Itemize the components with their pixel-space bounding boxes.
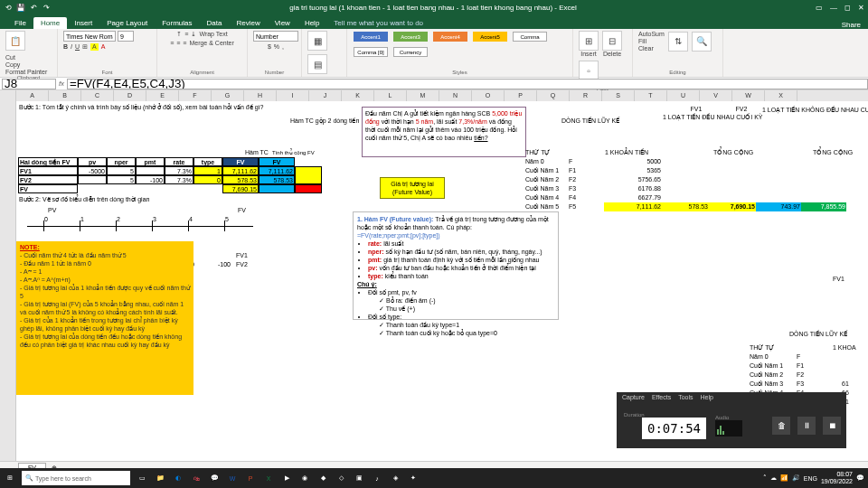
align-left-icon[interactable]: ≡ <box>170 40 174 46</box>
store-icon[interactable]: 🛍 <box>188 470 204 486</box>
rec-tab-tools[interactable]: Tools <box>678 394 693 400</box>
name-box[interactable] <box>2 79 56 89</box>
tab-review[interactable]: Review <box>229 17 267 29</box>
font-family-select[interactable] <box>63 31 116 42</box>
delete-cells-button[interactable]: ⊟ <box>602 31 622 51</box>
currency-icon[interactable]: $ <box>268 43 271 50</box>
conditional-formatting-button[interactable]: ▦ <box>307 31 327 51</box>
tray-lang[interactable]: ENG <box>804 475 817 482</box>
align-bottom-icon[interactable]: ⤓ <box>191 31 196 38</box>
style-accent5[interactable]: Accent5 <box>473 32 507 42</box>
fx-icon[interactable]: fx <box>56 80 67 88</box>
tab-formulas[interactable]: Formulas <box>155 17 199 29</box>
col-R[interactable]: R <box>570 90 602 101</box>
insert-cells-button[interactable]: ⊞ <box>579 31 599 51</box>
col-X[interactable]: X <box>765 90 797 101</box>
style-accent1[interactable]: Accent1 <box>354 32 388 42</box>
tab-file[interactable]: File <box>7 17 33 29</box>
app-icon-2[interactable]: ◇ <box>333 470 349 486</box>
rec-tab-effects[interactable]: Effects <box>652 394 671 400</box>
comma-icon[interactable]: , <box>282 43 284 50</box>
tab-help[interactable]: Help <box>297 17 326 29</box>
align-top-icon[interactable]: ⤒ <box>176 31 182 38</box>
col-I[interactable]: I <box>277 90 309 101</box>
copy-button[interactable]: Copy <box>5 61 47 68</box>
task-view-icon[interactable]: ▭ <box>134 470 150 486</box>
formula-input[interactable] <box>67 79 868 89</box>
col-P[interactable]: P <box>505 90 537 101</box>
edge-icon[interactable]: ◐ <box>170 470 186 486</box>
tab-data[interactable]: Data <box>200 17 230 29</box>
col-K[interactable]: K <box>342 90 374 101</box>
number-format-select[interactable] <box>253 31 298 42</box>
share-button[interactable]: Share <box>842 21 861 29</box>
tray-time[interactable]: 08:07 <box>821 471 853 478</box>
tray-notifications-icon[interactable]: 💬 <box>856 474 864 482</box>
start-button[interactable]: ⊞ <box>0 468 20 488</box>
tray-onedrive-icon[interactable]: ☁ <box>770 474 777 482</box>
tab-insert[interactable]: Insert <box>67 17 99 29</box>
rec-pause-button[interactable]: ⏸ <box>797 417 816 435</box>
col-M[interactable]: M <box>407 90 439 101</box>
explorer-icon[interactable]: 📁 <box>152 470 168 486</box>
col-S[interactable]: S <box>602 90 635 101</box>
style-currency[interactable]: Currency <box>393 47 428 57</box>
font-color-button[interactable]: A <box>101 43 106 51</box>
rec-tab-help[interactable]: Help <box>701 394 713 400</box>
clear-button[interactable]: Clear <box>638 45 665 52</box>
col-G[interactable]: G <box>212 90 244 101</box>
style-comma0[interactable]: Comma [0] <box>354 47 388 57</box>
autosave-icon[interactable]: ⟲ <box>4 3 13 12</box>
align-right-icon[interactable]: ≡ <box>183 40 186 46</box>
tray-volume-icon[interactable]: 🔊 <box>792 474 800 482</box>
rec-delete-button[interactable]: 🗑 <box>772 417 790 435</box>
excel-icon[interactable]: X <box>260 470 277 486</box>
undo-icon[interactable]: ↶ <box>29 3 38 12</box>
fill-button[interactable]: Fill <box>638 38 665 44</box>
sort-filter-button[interactable]: ⇅ <box>668 32 688 52</box>
tab-view[interactable]: View <box>268 17 297 29</box>
rec-stop-button[interactable]: ⏹ <box>823 417 841 435</box>
col-V[interactable]: V <box>700 90 732 101</box>
col-U[interactable]: U <box>667 90 700 101</box>
col-C[interactable]: C <box>81 90 114 101</box>
paste-button[interactable]: 📋 <box>5 31 25 51</box>
align-middle-icon[interactable]: ≡ <box>184 31 188 38</box>
col-A[interactable]: A <box>16 90 49 101</box>
wrap-text-button[interactable]: Wrap Text <box>199 31 227 38</box>
col-L[interactable]: L <box>374 90 407 101</box>
col-E[interactable]: E <box>146 90 179 101</box>
bold-button[interactable]: B <box>63 43 68 51</box>
underline-button[interactable]: U <box>75 43 80 51</box>
col-N[interactable]: N <box>439 90 472 101</box>
italic-button[interactable]: I <box>71 43 72 51</box>
col-O[interactable]: O <box>472 90 505 101</box>
app-icon-6[interactable]: ✦ <box>405 470 421 486</box>
col-B[interactable]: B <box>49 90 81 101</box>
col-D[interactable]: D <box>114 90 146 101</box>
taskbar-search[interactable]: 🔍 Type here to search <box>22 471 130 485</box>
ribbon-options-icon[interactable]: ▭ <box>816 4 823 12</box>
close-icon[interactable]: ✕ <box>858 4 864 12</box>
col-Q[interactable]: Q <box>537 90 570 101</box>
style-accent3[interactable]: Accent3 <box>393 32 428 42</box>
zalo-icon[interactable]: 💬 <box>206 470 222 486</box>
tellme-box[interactable]: Tell me what you want to do <box>326 17 430 29</box>
chrome-icon[interactable]: ◉ <box>297 470 313 486</box>
minimize-icon[interactable]: — <box>830 4 837 12</box>
tab-pagelayout[interactable]: Page Layout <box>99 17 155 29</box>
cut-button[interactable]: Cut <box>5 54 47 61</box>
align-center-icon[interactable]: ≡ <box>176 40 180 46</box>
grid-body[interactable]: // placeholder (row headers rendered sta… <box>0 101 850 461</box>
worksheet-grid[interactable]: A B C D E F G H I J K L M N O P Q R S T … <box>0 90 868 461</box>
app-icon-4[interactable]: ♪ <box>369 470 385 486</box>
word-icon[interactable]: W <box>224 470 241 486</box>
app-icon-5[interactable]: ◈ <box>387 470 403 486</box>
tray-chevron-icon[interactable]: ˄ <box>763 474 767 482</box>
col-J[interactable]: J <box>309 90 342 101</box>
tray-wifi-icon[interactable]: 📶 <box>780 474 788 482</box>
col-T[interactable]: T <box>635 90 667 101</box>
app-icon-1[interactable]: ◆ <box>315 470 331 486</box>
app-icon-3[interactable]: ▣ <box>351 470 367 486</box>
format-as-table-button[interactable]: ▤ <box>307 54 327 74</box>
